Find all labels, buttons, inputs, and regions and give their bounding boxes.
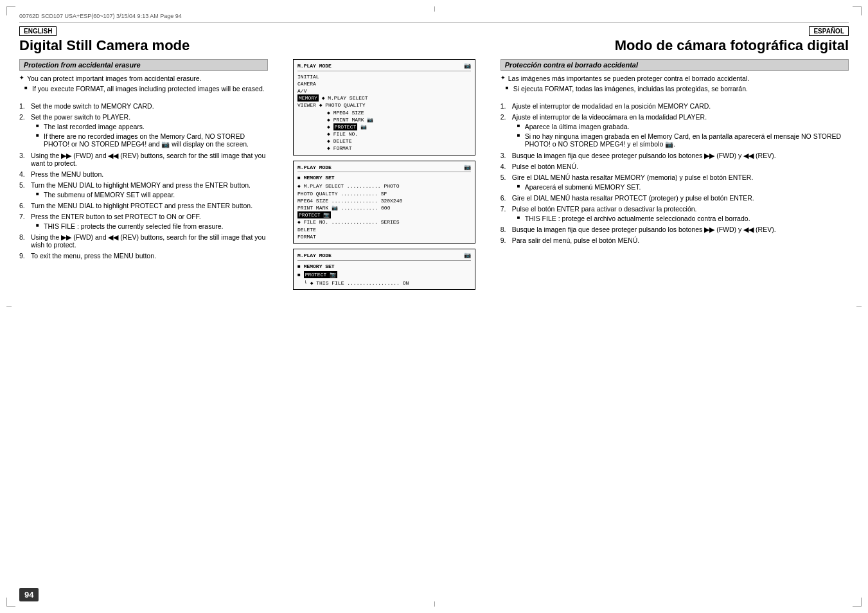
right-step-7: 7. Pulse el botón ENTER para activar o d… xyxy=(500,205,849,222)
left-main-title: Digital Still Camera mode xyxy=(19,37,418,54)
left-step-6: 6. Turn the MENU DIAL to highlight PROTE… xyxy=(19,202,268,209)
d2-item4: PRINT MARK 📷 ............ 000 xyxy=(297,204,471,211)
r-step-text-5: Gire el DIAL MENÚ hasta resaltar MEMORY … xyxy=(512,173,754,181)
left-step-2: 2. Set the power switch to PLAYER. The l… xyxy=(19,113,268,148)
step-num-5: 5. xyxy=(19,181,25,189)
step-num-3: 3. xyxy=(19,152,25,159)
right-step-9: 9. Para salir del menú, pulse el botón M… xyxy=(500,236,849,244)
step-2-sub-2: If there are no recorded images on the M… xyxy=(31,132,268,148)
step-num-2: 2. xyxy=(19,113,25,121)
center-mark-left xyxy=(6,306,12,307)
right-column: Protección contra el borrado accidental … xyxy=(500,59,849,290)
r-step-text-6: Gire el DIAL MENÚ hasta resaltar PROTECT… xyxy=(512,194,754,202)
center-mark-top xyxy=(434,6,435,12)
page: 00762D SCD107 USA+ESP(60~107) 3/15/04 9:… xyxy=(0,0,868,613)
d2-item1: ◆ M.PLAY SELECT ........... PHOTO xyxy=(297,182,471,190)
r-step-text-2: Ajuste el interruptor de la videocámara … xyxy=(512,113,707,121)
right-title-block: ESPAÑOL Modo de cámara fotográfica digit… xyxy=(450,26,849,54)
step-text-3: Using the ▶▶ (FWD) and ◀◀ (REV) buttons,… xyxy=(31,152,265,167)
title-section: ENGLISH Digital Still Camera mode ESPAÑO… xyxy=(19,26,849,54)
left-title-block: ENGLISH Digital Still Camera mode xyxy=(19,26,418,54)
right-step-4: 4. Pulse el botón MENÚ. xyxy=(500,163,849,170)
left-step-3: 3. Using the ▶▶ (FWD) and ◀◀ (REV) butto… xyxy=(19,152,268,167)
corner-mark-tl xyxy=(6,6,15,15)
menu-diagram-3: M.PLAY MODE 📷 ■ MEMORY SET ■ PROTECT 📷 └… xyxy=(293,249,475,290)
r-step-num-8: 8. xyxy=(500,226,506,233)
r-step-5-subs: Aparecerá el submenú MEMORY SET. xyxy=(512,183,849,191)
step-num-4: 4. xyxy=(19,170,25,178)
center-mark-bottom xyxy=(434,601,435,607)
right-main-title: Modo de cámara fotográfica digital xyxy=(450,37,849,54)
right-step-1: 1. Ajuste el interruptor de modalidad en… xyxy=(500,102,849,110)
file-info: 00762D SCD107 USA+ESP(60~107) 3/15/04 9:… xyxy=(19,13,182,19)
left-section-header: Protection from accidental erasure xyxy=(19,59,268,71)
espanol-label: ESPAÑOL xyxy=(809,26,849,36)
r-step-text-4: Pulse el botón MENÚ. xyxy=(512,163,578,170)
r-step-5-sub-1: Aparecerá el submenú MEMORY SET. xyxy=(512,183,849,191)
r-step-7-sub-1: THIS FILE : protege el archivo actualmen… xyxy=(512,215,849,222)
step-text-4: Press the MENU button. xyxy=(31,170,103,178)
d2-item5: PROTECT 📷 xyxy=(297,211,471,218)
r-step-num-1: 1. xyxy=(500,102,506,110)
diagram3-icon: 📷 xyxy=(464,252,471,260)
left-step-5: 5. Turn the MENU DIAL to highlight MEMOR… xyxy=(19,181,268,199)
step-num-1: 1. xyxy=(19,102,25,110)
r-step-text-8: Busque la imagen fija que desee proteger… xyxy=(512,226,776,233)
right-step-5: 5. Gire el DIAL MENÚ hasta resaltar MEMO… xyxy=(500,173,849,191)
step-7-subs: THIS FILE : protects the currently selec… xyxy=(31,222,268,230)
d2-item2: PHOTO QUALITY ............ SF xyxy=(297,190,471,197)
r-step-text-7: Pulse el botón ENTER para activar o desa… xyxy=(512,205,697,213)
center-mark-right xyxy=(856,306,862,307)
diagram3-protect: ■ PROTECT 📷 xyxy=(297,271,471,278)
d1-sub5: ◆ DELETE xyxy=(297,138,471,145)
left-intro-bullet: You can protect important images from ac… xyxy=(19,75,268,82)
step-num-6: 6. xyxy=(19,202,25,209)
d1-sub4: ◆ FILE NO. xyxy=(297,130,471,138)
diagram2-title: M.PLAY MODE xyxy=(297,164,332,172)
r-step-num-4: 4. xyxy=(500,163,506,170)
step-5-sub-1: The submenu of MEMORY SET will appear. xyxy=(31,191,268,199)
corner-mark-br xyxy=(853,598,862,607)
english-label: ENGLISH xyxy=(19,26,57,36)
step-text-1: Set the mode switch to MEMORY CARD. xyxy=(31,102,154,110)
d1-item-camera: CAMERA xyxy=(297,80,471,87)
corner-mark-tr xyxy=(853,6,862,15)
center-column: M.PLAY MODE 📷 INITIAL CAMERA A/V MEMORY … xyxy=(293,59,475,290)
left-step-4: 4. Press the MENU button. xyxy=(19,170,268,178)
step-num-9: 9. xyxy=(19,252,25,260)
d2-item7: DELETE xyxy=(297,226,471,233)
step-text-8: Using the ▶▶ (FWD) and ◀◀ (REV) buttons,… xyxy=(31,233,265,249)
right-intro-bullet: Las imágenes más importantes se pueden p… xyxy=(500,75,849,82)
left-step-7: 7. Press the ENTER button to set PROTECT… xyxy=(19,213,268,230)
d1-item-initial: INITIAL xyxy=(297,73,471,80)
right-step-2: 2. Ajuste el interruptor de la videocáma… xyxy=(500,113,849,148)
d2-item3: MPEG4 SIZE ............... 320X240 xyxy=(297,197,471,204)
r-step-2-sub-2: Si no hay ninguna imagen grabada en el M… xyxy=(512,132,849,148)
d1-sub6: ◆ FORMAT xyxy=(297,145,471,152)
step-2-sub-1: The last recorded image appears. xyxy=(31,123,268,130)
left-step-9: 9. To exit the menu, press the MENU butt… xyxy=(19,252,268,260)
diagram1-title-bar: M.PLAY MODE 📷 xyxy=(297,62,471,71)
step-text-9: To exit the menu, press the MENU button. xyxy=(31,252,156,260)
menu-diagram-1: M.PLAY MODE 📷 INITIAL CAMERA A/V MEMORY … xyxy=(293,59,475,155)
diagram3-section: ■ MEMORY SET xyxy=(297,263,471,270)
menu-diagram-2: M.PLAY MODE 📷 ■ MEMORY SET ◆ M.PLAY SELE… xyxy=(293,161,475,244)
header-bar: 00762D SCD107 USA+ESP(60~107) 3/15/04 9:… xyxy=(19,13,849,22)
d1-sub3: ◆ PROTECT 📷 xyxy=(297,123,471,130)
d1-item-viewer: VIEWER ◆ PHOTO QUALITY xyxy=(297,102,471,109)
step-7-sub-1: THIS FILE : protects the currently selec… xyxy=(31,222,268,230)
step-text-5: Turn the MENU DIAL to highlight MEMORY a… xyxy=(31,181,251,189)
diagram3-title-bar: M.PLAY MODE 📷 xyxy=(297,252,471,261)
r-step-num-2: 2. xyxy=(500,113,506,121)
diagram2-section: ■ MEMORY SET xyxy=(297,174,471,181)
r-step-2-sub-1: Aparece la última imagen grabada. xyxy=(512,123,849,130)
diagram2-title-bar: M.PLAY MODE 📷 xyxy=(297,164,471,173)
corner-mark-bl xyxy=(6,598,15,607)
diagram1-icon: 📷 xyxy=(464,62,471,71)
step-5-subs: The submenu of MEMORY SET will appear. xyxy=(31,191,268,199)
r-step-num-6: 6. xyxy=(500,194,506,202)
d2-item8: FORMAT xyxy=(297,233,471,240)
r-step-text-9: Para salir del menú, pulse el botón MENÚ… xyxy=(512,236,639,244)
r-step-num-3: 3. xyxy=(500,152,506,159)
left-step-8: 8. Using the ▶▶ (FWD) and ◀◀ (REV) butto… xyxy=(19,233,268,249)
